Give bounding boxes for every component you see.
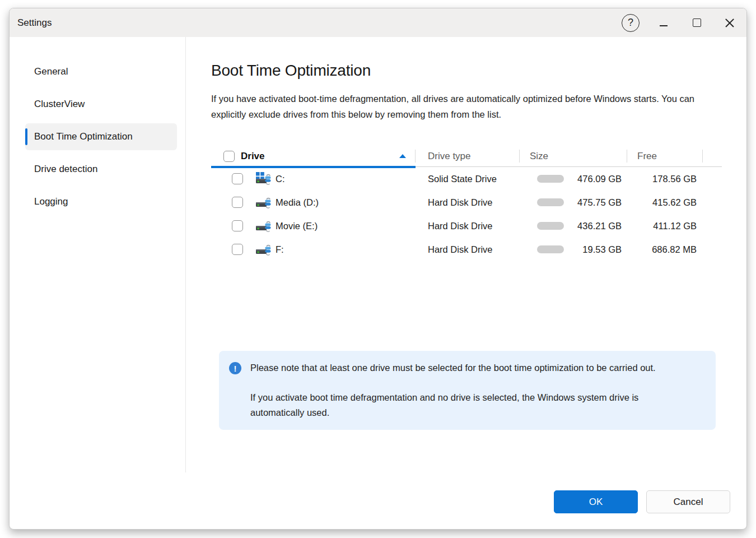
- row-checkbox[interactable]: [232, 220, 243, 231]
- sidebar-item-boot-time-optimization[interactable]: Boot Time Optimization: [25, 123, 177, 150]
- hdd-drive-icon: [255, 242, 271, 257]
- drive-name: F:: [276, 244, 284, 255]
- drive-row: C: Solid State Drive 476.09 GB 178.56 GB: [211, 167, 722, 191]
- titlebar: Settings ?: [10, 8, 746, 37]
- drive-name: Movie (E:): [276, 221, 318, 231]
- minimize-button[interactable]: [654, 12, 674, 34]
- minimize-icon: [660, 25, 668, 26]
- free-value: 415.62 GB: [627, 197, 703, 208]
- hdd-drive-icon: [255, 195, 271, 210]
- drives-table: Drive Drive type Size Free: [211, 146, 722, 261]
- size-value: 436.21 GB: [577, 221, 622, 231]
- select-all-checkbox[interactable]: [223, 151, 235, 162]
- free-value: 411.12 GB: [627, 221, 703, 231]
- row-checkbox[interactable]: [232, 197, 243, 208]
- help-button[interactable]: ?: [620, 12, 641, 34]
- sidebar-item-general[interactable]: General: [25, 58, 177, 85]
- ok-button[interactable]: OK: [554, 490, 638, 513]
- size-value: 475.75 GB: [577, 197, 622, 208]
- maximize-icon: [693, 18, 701, 27]
- usage-bar: [537, 198, 564, 206]
- column-header-size[interactable]: Size: [520, 146, 627, 166]
- maximize-button[interactable]: [687, 12, 707, 34]
- sidebar-item-label: ClusterView: [34, 99, 85, 110]
- drive-type: Hard Disk Drive: [416, 221, 520, 231]
- page-description: If you have activated boot-time defragme…: [211, 91, 722, 122]
- row-checkbox[interactable]: [232, 173, 243, 184]
- sidebar-item-clusterview[interactable]: ClusterView: [25, 91, 177, 118]
- sidebar-item-label: Drive detection: [34, 164, 97, 175]
- drive-row: Media (D:) Hard Disk Drive 475.75 GB 415…: [211, 191, 722, 214]
- dialog-footer: OK Cancel: [554, 490, 730, 513]
- drive-row: F: Hard Disk Drive 19.53 GB 686.82 MB: [211, 238, 722, 261]
- drive-name: C:: [276, 174, 285, 184]
- free-value: 178.56 GB: [627, 174, 703, 184]
- size-value: 19.53 GB: [582, 244, 622, 255]
- sort-ascending-icon: [399, 154, 406, 158]
- drive-name: Media (D:): [276, 197, 319, 208]
- free-value: 686.82 MB: [627, 244, 703, 255]
- help-icon: ?: [622, 14, 640, 32]
- column-header-drive-type[interactable]: Drive type: [416, 146, 520, 166]
- drive-type: Solid State Drive: [416, 174, 520, 184]
- column-header-spacer: [703, 146, 722, 166]
- settings-window: Settings ? General ClusterView Boot Time…: [9, 8, 747, 530]
- content-pane: Boot Time Optimization If you have activ…: [186, 37, 747, 530]
- row-checkbox[interactable]: [232, 244, 243, 255]
- table-header: Drive Drive type Size Free: [211, 146, 722, 167]
- drive-type: Hard Disk Drive: [416, 197, 520, 208]
- hdd-drive-icon: [255, 219, 271, 233]
- drive-row: Movie (E:) Hard Disk Drive 436.21 GB 411…: [211, 214, 722, 238]
- info-icon: !: [229, 362, 241, 374]
- sidebar-item-label: Logging: [34, 196, 68, 207]
- info-box: ! Please note that at least one drive mu…: [219, 351, 716, 430]
- window-controls: ?: [608, 12, 740, 34]
- size-value: 476.09 GB: [577, 174, 622, 184]
- usage-bar: [537, 245, 564, 253]
- sidebar-item-label: General: [34, 66, 68, 77]
- usage-bar: [537, 175, 564, 183]
- sidebar-item-logging[interactable]: Logging: [25, 188, 177, 215]
- info-paragraph-2: If you activate boot time defragmentatio…: [250, 390, 693, 420]
- close-icon: [725, 18, 735, 28]
- window-title: Settings: [17, 17, 52, 29]
- sidebar-item-label: Boot Time Optimization: [34, 131, 133, 142]
- column-header-free[interactable]: Free: [627, 146, 703, 166]
- sidebar-nav: General ClusterView Boot Time Optimizati…: [10, 37, 186, 530]
- column-header-drive[interactable]: Drive: [211, 146, 416, 166]
- cancel-button[interactable]: Cancel: [646, 490, 730, 513]
- usage-bar: [537, 222, 564, 230]
- info-text: Please note that at least one drive must…: [250, 360, 693, 420]
- sidebar-item-drive-detection[interactable]: Drive detection: [25, 156, 177, 183]
- drive-type: Hard Disk Drive: [416, 244, 520, 255]
- table-body: C: Solid State Drive 476.09 GB 178.56 GB…: [211, 167, 722, 261]
- selected-accent-bar: [25, 128, 27, 145]
- close-button[interactable]: [720, 12, 740, 34]
- page-title: Boot Time Optimization: [211, 62, 722, 80]
- info-paragraph-1: Please note that at least one drive must…: [250, 360, 693, 375]
- ssd-drive-icon: [255, 171, 271, 186]
